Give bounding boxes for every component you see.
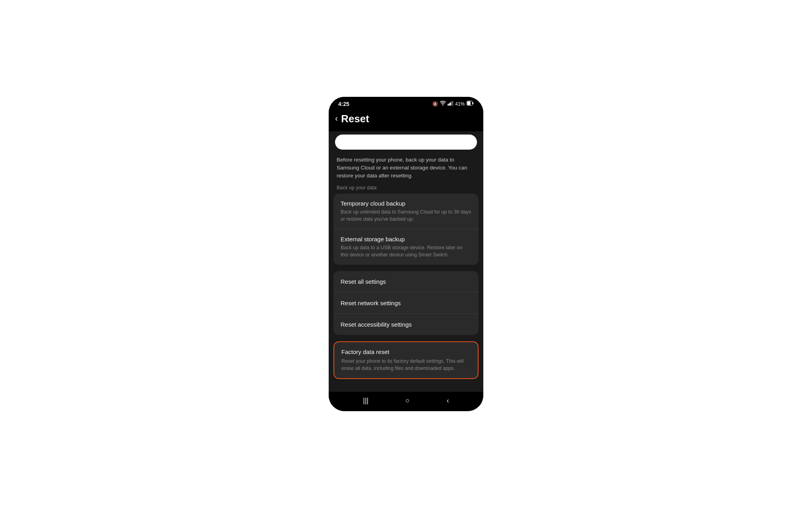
info-text: Before resetting your phone, back up you…: [329, 150, 483, 183]
status-time: 4:25: [338, 101, 349, 107]
menu-nav-icon[interactable]: |||: [363, 396, 369, 405]
temporary-cloud-backup-title: Temporary cloud backup: [341, 200, 471, 207]
factory-reset-item[interactable]: Factory data reset Reset your phone to i…: [334, 342, 478, 378]
mute-icon: 🔇: [432, 101, 438, 107]
status-icons: 🔇 41%: [432, 101, 474, 107]
home-nav-icon[interactable]: ○: [406, 396, 410, 405]
reset-all-settings-title: Reset all settings: [341, 278, 471, 285]
svg-rect-3: [451, 101, 452, 106]
svg-rect-4: [452, 101, 453, 106]
backup-options-group: Temporary cloud backup Back up unlimited…: [333, 194, 479, 265]
backup-section-label: Back up your data: [329, 183, 483, 194]
reset-network-settings-item[interactable]: Reset network settings: [333, 292, 479, 314]
svg-rect-6: [467, 102, 471, 105]
content-area: Before resetting your phone, back up you…: [329, 131, 483, 392]
factory-reset-card[interactable]: Factory data reset Reset your phone to i…: [333, 341, 479, 379]
nav-bar: ||| ○ ‹: [329, 392, 483, 411]
svg-rect-0: [448, 104, 449, 106]
header: ‹ Reset: [329, 110, 483, 131]
reset-accessibility-settings-title: Reset accessibility settings: [341, 321, 471, 328]
temporary-cloud-backup-subtitle: Back up unlimited data to Samsung Cloud …: [341, 208, 471, 223]
reset-accessibility-settings-item[interactable]: Reset accessibility settings: [333, 314, 479, 335]
back-nav-icon[interactable]: ‹: [446, 396, 449, 405]
signal-icon: [448, 101, 453, 107]
external-storage-backup-title: External storage backup: [341, 236, 471, 242]
reset-network-settings-title: Reset network settings: [341, 300, 471, 306]
factory-reset-title: Factory data reset: [341, 348, 471, 355]
svg-rect-2: [450, 102, 451, 106]
reset-options-group: Reset all settings Reset network setting…: [333, 271, 479, 335]
external-storage-backup-item[interactable]: External storage backup Back up data to …: [333, 229, 479, 265]
page-title: Reset: [341, 113, 369, 125]
factory-reset-subtitle: Reset your phone to its factory default …: [341, 358, 471, 372]
reset-all-settings-item[interactable]: Reset all settings: [333, 271, 479, 292]
back-button[interactable]: ‹: [335, 114, 338, 124]
external-storage-backup-subtitle: Back up data to a USB storage device. Re…: [341, 244, 471, 258]
phone-frame: 4:25 🔇 41%: [329, 97, 483, 412]
temporary-cloud-backup-item[interactable]: Temporary cloud backup Back up unlimited…: [333, 194, 479, 229]
svg-rect-7: [473, 102, 473, 104]
svg-rect-1: [449, 103, 450, 106]
battery-percent: 41%: [455, 101, 465, 107]
wifi-icon: [440, 101, 446, 107]
status-bar: 4:25 🔇 41%: [329, 97, 483, 110]
battery-icon: [467, 101, 474, 107]
search-bar[interactable]: [335, 135, 477, 150]
